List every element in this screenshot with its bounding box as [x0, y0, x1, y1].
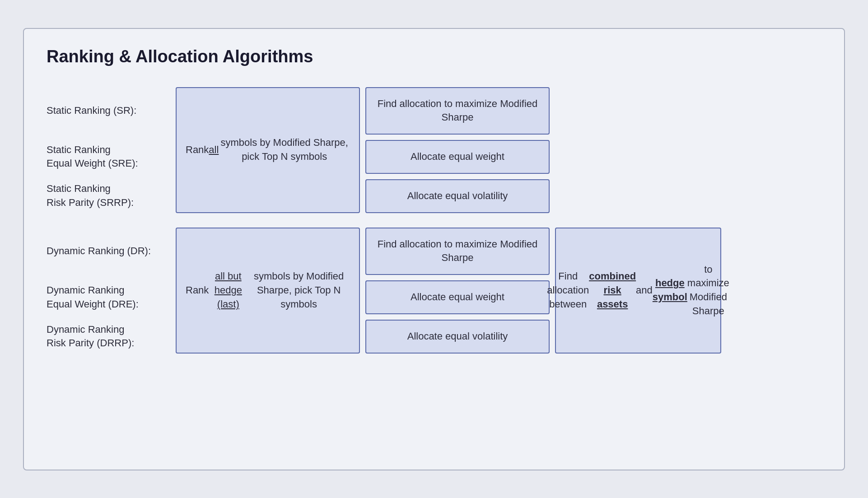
dr-alloc1-box: Find allocation to maximize Modified Sha…	[365, 228, 550, 275]
dr-right-box: Find allocation between combined risk as…	[555, 228, 721, 354]
sr-alloc1-box: Find allocation to maximize Modified Sha…	[365, 87, 550, 135]
sr-alloc3-box: Allocate equal volatility	[365, 179, 550, 213]
page-title: Ranking & Allocation Algorithms	[47, 47, 821, 66]
dr-alloc2-box: Allocate equal weight	[365, 280, 550, 314]
label-dr: Dynamic Ranking (DR):	[47, 225, 173, 278]
label-dre: Dynamic RankingEqual Weight (DRE):	[47, 278, 173, 317]
static-rank-box: Rank all symbols by Modified Sharpe, pic…	[176, 87, 360, 213]
label-drrp: Dynamic RankingRisk Parity (DRRP):	[47, 317, 173, 356]
label-sr: Static Ranking (SR):	[47, 84, 173, 138]
dynamic-rank-box: Rank all but hedge (last) symbols by Mod…	[176, 228, 360, 354]
dr-alloc3-box: Allocate equal volatility	[365, 320, 550, 354]
grid-layout: Static Ranking (SR): Static RankingEqual…	[47, 84, 821, 356]
spacer	[47, 216, 724, 225]
main-container: Ranking & Allocation Algorithms Static R…	[23, 28, 845, 470]
label-srrp: Static RankingRisk Parity (SRRP):	[47, 177, 173, 216]
sr-alloc2-box: Allocate equal weight	[365, 140, 550, 174]
label-sre: Static RankingEqual Weight (SRE):	[47, 137, 173, 177]
